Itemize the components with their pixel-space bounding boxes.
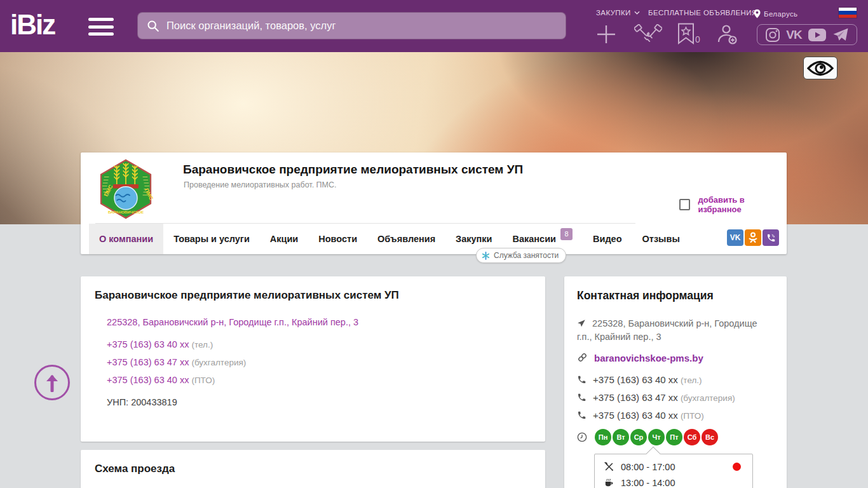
contact-info-card: Контактная информация 225328, Барановичс…	[564, 276, 787, 488]
company-header-card: ПМС ПМС БАРАНОВИЧСКОЕ Барановичское пред…	[81, 152, 787, 254]
day-badge[interactable]: Чт	[648, 429, 665, 445]
about-heading: Барановичское предприятие мелиоративных …	[95, 289, 399, 302]
add-plus-icon[interactable]	[595, 23, 618, 46]
directions-heading: Схема проезда	[95, 463, 175, 475]
nav-procurement[interactable]: ЗАКУПКИ	[596, 9, 640, 17]
arrow-up-icon	[44, 373, 60, 392]
phone-icon	[577, 410, 587, 420]
contact-info-heading: Контактная информация	[577, 289, 714, 302]
day-badge[interactable]: Ср	[630, 429, 647, 445]
phone-link[interactable]: +375 (163) 63 40 xx	[593, 410, 678, 421]
phone-link[interactable]: +375 (163) 63 47 xx	[107, 357, 189, 367]
eye-icon	[807, 60, 834, 77]
website-link[interactable]: baranovichskoe-pms.by	[594, 353, 703, 363]
tab-promotions[interactable]: Акции	[260, 224, 308, 254]
navigation-arrow-icon	[577, 319, 586, 328]
employment-service-tooltip: Служба занятости	[476, 248, 566, 263]
contact-phone-row: +375 (163) 63 40 xx (ПТО)	[577, 409, 774, 423]
directions-card: Схема проезда	[81, 450, 545, 488]
page: iBiz ЗАКУПКИ БЕСПЛАТНЫЕ ОБЪЯВЛЕНИЯ Белар…	[0, 0, 868, 488]
about-company-card: Барановичское предприятие мелиоративных …	[81, 276, 545, 442]
phone-link[interactable]: +375 (163) 63 40 xx	[107, 339, 189, 349]
tab-news[interactable]: Новости	[308, 224, 367, 254]
viber-icon[interactable]	[763, 229, 779, 246]
working-hours-popup: 08:00 - 17:00 13:00 - 14:00	[594, 454, 753, 488]
tab-about[interactable]: О компании	[89, 224, 163, 254]
company-name: Барановичское предприятие мелиоративных …	[183, 163, 523, 177]
day-badge[interactable]: Вт	[613, 429, 629, 445]
company-address-link[interactable]: 225328, Барановичский р-н, Городище г.п.…	[107, 317, 358, 327]
hamburger-menu-icon[interactable]	[88, 18, 114, 36]
back-to-top-button[interactable]	[34, 365, 70, 400]
location-pin-icon	[754, 9, 761, 18]
add-to-favorites[interactable]: добавить в избранное	[679, 195, 787, 214]
svg-text:БАРАНОВИЧСКОЕ: БАРАНОВИЧСКОЕ	[108, 210, 144, 214]
work-hours-row: 08:00 - 17:00	[604, 459, 743, 475]
site-logo[interactable]: iBiz	[10, 9, 55, 41]
company-logo[interactable]: ПМС ПМС БАРАНОВИЧСКОЕ	[95, 159, 156, 219]
break-hours-row: 13:00 - 14:00	[604, 475, 743, 488]
company-tagline: Проведение мелиоративных работ. ПМС.	[184, 180, 337, 189]
telegram-icon[interactable]	[832, 27, 849, 43]
instagram-icon[interactable]	[765, 27, 780, 43]
tab-ads[interactable]: Объявления	[367, 224, 445, 254]
coffee-cup-icon	[604, 477, 614, 488]
search-icon	[146, 19, 160, 33]
phone-icon	[577, 393, 587, 402]
youtube-icon[interactable]	[808, 28, 827, 42]
day-badge[interactable]: Вс	[702, 429, 718, 445]
search-bar	[137, 12, 566, 39]
day-badge[interactable]: Сб	[684, 429, 700, 445]
clock-icon	[577, 432, 587, 442]
contact-phone-row: +375 (163) 63 40 xx (тел.)	[577, 373, 774, 387]
phone-row: +375 (163) 63 40 xx (ПТО)	[107, 375, 215, 385]
company-tabs: О компании Товары и услуги Акции Новости…	[89, 224, 690, 254]
odnoklassniki-icon[interactable]	[745, 229, 761, 246]
vk-social-icon[interactable]: VK	[727, 229, 743, 246]
vacancies-count-badge: 8	[560, 228, 573, 240]
handshake-icon[interactable]	[634, 24, 662, 45]
status-dot	[733, 463, 741, 471]
day-badge[interactable]: Пт	[666, 429, 682, 445]
phone-row: +375 (163) 63 40 xx (тел.)	[107, 339, 213, 349]
work-tools-icon	[604, 461, 614, 472]
bookmark-count: 0	[695, 34, 700, 44]
favorite-checkbox[interactable]	[679, 199, 690, 210]
nav-free-ads[interactable]: БЕСПЛАТНЫЕ ОБЪЯВЛЕНИЯ	[648, 9, 757, 17]
phone-row: +375 (163) 63 47 xx (бухгалтерия)	[107, 357, 246, 367]
phone-link[interactable]: +375 (163) 63 40 xx	[593, 374, 678, 385]
tab-video[interactable]: Видео	[583, 224, 632, 254]
company-unp: УНП: 200433819	[107, 397, 177, 407]
search-input[interactable]	[166, 20, 557, 32]
working-days-row: Пн Вт Ср Чт Пт Сб Вс	[577, 429, 774, 445]
link-icon	[577, 352, 588, 363]
chevron-down-icon	[634, 11, 640, 15]
header: iBiz ЗАКУПКИ БЕСПЛАТНЫЕ ОБЪЯВЛЕНИЯ Белар…	[0, 0, 868, 52]
language-flag-russian[interactable]	[839, 8, 857, 18]
tab-products[interactable]: Товары и услуги	[163, 224, 260, 254]
header-social-links: VK	[757, 24, 857, 45]
user-add-icon[interactable]	[715, 23, 738, 46]
accessibility-eye-button[interactable]	[803, 57, 837, 79]
contact-address: 225328, Барановичский р-н, Городище г.п.…	[577, 317, 774, 344]
bookmark-star-icon[interactable]	[677, 23, 695, 44]
employment-service-icon	[482, 252, 490, 260]
vk-icon[interactable]: VK	[786, 28, 801, 42]
company-social-links: VK	[727, 229, 779, 246]
favorite-label: добавить в избранное	[698, 195, 787, 214]
contact-phone-row: +375 (163) 63 47 xx (бухгалтерия)	[577, 391, 774, 405]
day-badge[interactable]: Пн	[595, 429, 611, 445]
tab-reviews[interactable]: Отзывы	[632, 224, 690, 254]
phone-link[interactable]: +375 (163) 63 40 xx	[107, 375, 189, 385]
phone-icon	[577, 375, 587, 384]
phone-link[interactable]: +375 (163) 63 47 xx	[593, 392, 678, 403]
contact-website: baranovichskoe-pms.by	[577, 351, 774, 365]
country-selector[interactable]: Беларусь	[754, 9, 798, 18]
